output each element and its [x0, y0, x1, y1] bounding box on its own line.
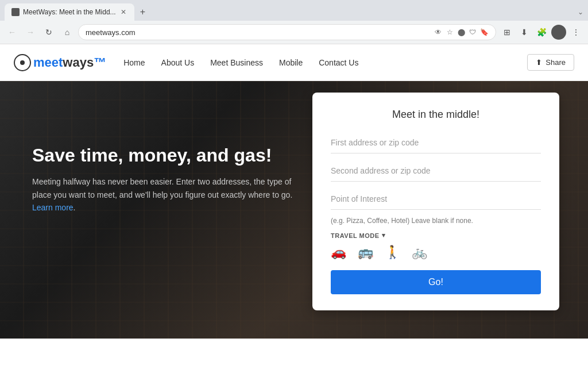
second-address-input[interactable]	[331, 160, 541, 182]
logo-icon	[14, 54, 31, 71]
nav-home[interactable]: Home	[123, 58, 145, 67]
share-button[interactable]: ⬆ Share	[527, 54, 574, 71]
profile-button[interactable]	[551, 25, 566, 40]
forward-button[interactable]: →	[23, 25, 38, 40]
back-button[interactable]: ←	[5, 25, 20, 40]
car-icon[interactable]: 🚗	[331, 245, 346, 260]
hint-text: (e.g. Pizza, Coffee, Hotel) Leave blank …	[331, 217, 541, 225]
point-of-interest-input[interactable]	[331, 189, 541, 210]
hero-title: Save time, money, and gas!	[32, 144, 296, 166]
nav-about[interactable]: About Us	[161, 58, 195, 67]
tab-favicon	[11, 8, 20, 16]
nav-links: Home About Us Meet Business Mobile Conta…	[123, 58, 527, 67]
toolbar-icons: ⊞ ⬇ 🧩 ⋮	[500, 25, 583, 40]
share-icon: ⬆	[536, 58, 542, 67]
walk-icon[interactable]: 🚶	[385, 245, 400, 260]
nav-business[interactable]: Meet Business	[210, 58, 263, 67]
meet-card: Meet in the middle! (e.g. Pizza, Coffee,…	[312, 93, 559, 310]
tab-bar: MeetWays: Meet in the Midd... ✕ + ⌄	[0, 0, 588, 21]
card-title: Meet in the middle!	[331, 109, 541, 121]
hero-desc-text: Meeting halfway has never been easier. E…	[32, 177, 292, 199]
tab-close-button[interactable]: ✕	[119, 7, 127, 17]
first-address-input[interactable]	[331, 132, 541, 153]
travel-icons-row: 🚗 🚌 🚶 🚲	[331, 245, 541, 260]
nav-contact[interactable]: Contact Us	[319, 58, 358, 67]
tab-grid-icon[interactable]: ⊞	[500, 25, 514, 40]
new-tab-button[interactable]: +	[137, 6, 149, 18]
url-text: meetways.com	[86, 28, 429, 37]
address-bar-row: ← → ↻ ⌂ meetways.com 👁 ☆ ⬤ 🛡 🔖 ⊞ ⬇ 🧩 ⋮	[0, 21, 588, 44]
download-icon[interactable]: ⬇	[517, 25, 532, 40]
account-circle-icon[interactable]: ⬤	[457, 28, 466, 37]
extensions-icon[interactable]: 🧩	[534, 25, 549, 40]
tab-strip-menu[interactable]: ⌄	[578, 8, 583, 16]
website: meetways™ Home About Us Meet Business Mo…	[0, 44, 588, 339]
chevron-down-icon: ▾	[382, 232, 386, 239]
reload-button[interactable]: ↻	[41, 25, 56, 40]
site-nav: meetways™ Home About Us Meet Business Mo…	[0, 44, 588, 81]
nav-mobile[interactable]: Mobile	[279, 58, 303, 67]
bus-icon[interactable]: 🚌	[358, 245, 373, 260]
bookmark-icon[interactable]: 🔖	[479, 28, 489, 37]
shield-icon[interactable]: 🛡	[468, 28, 477, 37]
star-icon[interactable]: ☆	[445, 28, 454, 37]
hero-period: .	[74, 203, 76, 212]
travel-mode-dropdown[interactable]: TRAVEL MODE ▾	[331, 232, 541, 239]
address-bar-icons: 👁 ☆ ⬤ 🛡 🔖	[434, 28, 489, 37]
tab-title: MeetWays: Meet in the Midd...	[23, 8, 116, 16]
logo-dot	[20, 60, 25, 65]
home-button[interactable]: ⌂	[60, 25, 75, 40]
browser-chrome: MeetWays: Meet in the Midd... ✕ + ⌄ ← → …	[0, 0, 588, 44]
bike-icon[interactable]: 🚲	[412, 245, 427, 260]
travel-mode-label-text: TRAVEL MODE	[331, 232, 380, 239]
address-bar[interactable]: meetways.com 👁 ☆ ⬤ 🛡 🔖	[78, 24, 496, 40]
menu-button[interactable]: ⋮	[568, 25, 583, 40]
active-tab[interactable]: MeetWays: Meet in the Midd... ✕	[5, 3, 134, 21]
camera-icon[interactable]: 👁	[434, 28, 443, 37]
hero-description: Meeting halfway has never been easier. E…	[32, 175, 296, 214]
logo-text: meetways™	[33, 55, 106, 70]
hero-content: Save time, money, and gas! Meeting halfw…	[32, 144, 296, 214]
share-label: Share	[546, 58, 566, 67]
go-button[interactable]: Go!	[331, 270, 541, 294]
logo: meetways™	[14, 54, 106, 71]
hero-section: Save time, money, and gas! Meeting halfw…	[0, 81, 588, 339]
learn-more-link[interactable]: Learn more	[32, 203, 74, 212]
